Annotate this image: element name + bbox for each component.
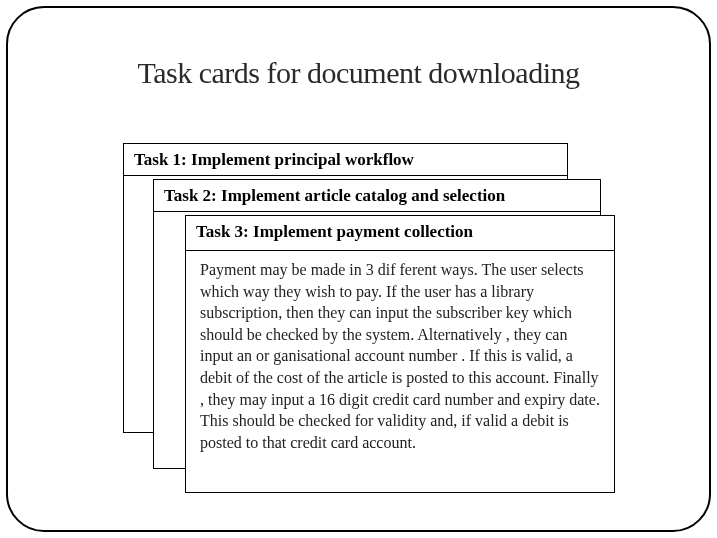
task-card-1-heading: Task 1: Implement principal workflow [124,144,567,176]
task-card-3-body: Payment may be made in 3 dif ferent ways… [186,251,614,463]
slide-frame: Task cards for document downloading Task… [6,6,711,532]
task-card-2-heading: Task 2: Implement article catalog and se… [154,180,600,212]
slide-title: Task cards for document downloading [8,56,709,90]
task-cards-stack: Task 1: Implement principal workflow Tas… [123,143,613,483]
task-card-3-heading: Task 3: Implement payment collection [186,216,614,244]
task-card-3: Task 3: Implement payment collection Pay… [185,215,615,493]
